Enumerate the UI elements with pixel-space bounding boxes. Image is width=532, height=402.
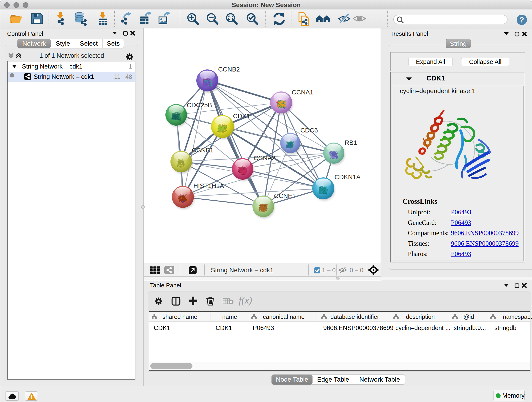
svg-text:CCNA2: CCNA2 <box>254 154 275 162</box>
svg-text:CDK1: CDK1 <box>233 113 250 120</box>
svg-text:RB1: RB1 <box>345 139 357 146</box>
svg-text:CDKN1A: CDKN1A <box>335 173 361 181</box>
svg-text:CDC6: CDC6 <box>300 127 318 134</box>
svg-text:CCNE1: CCNE1 <box>274 192 296 199</box>
svg-text:HIST1H1A: HIST1H1A <box>193 182 224 189</box>
svg-text:CCNA1: CCNA1 <box>292 89 313 96</box>
svg-text:CDC25B: CDC25B <box>187 102 212 109</box>
svg-text:CCNB1: CCNB1 <box>192 147 214 154</box>
svg-text:CCNB2: CCNB2 <box>218 66 240 73</box>
